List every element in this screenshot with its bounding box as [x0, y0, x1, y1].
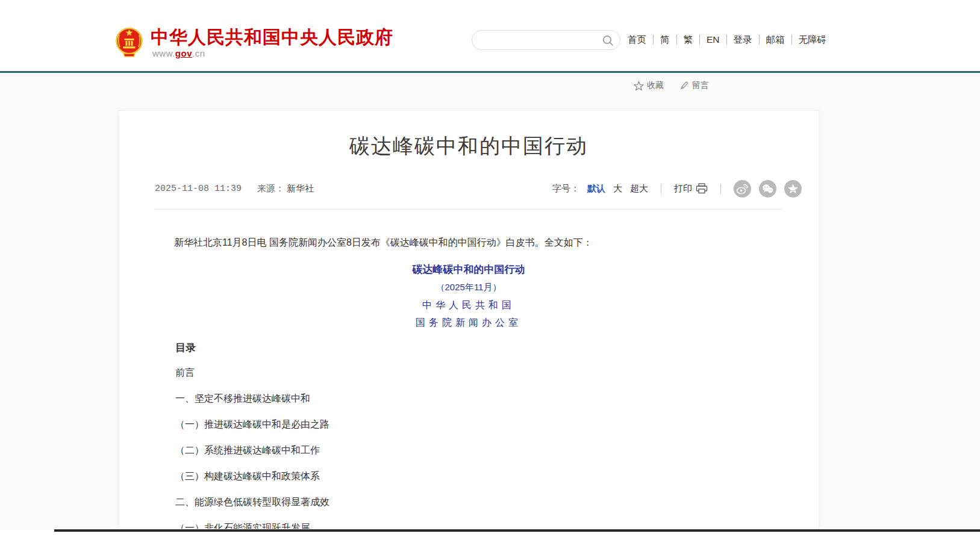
site-title: 中华人民共和国中央人民政府	[151, 25, 393, 50]
message-button[interactable]: 留言	[679, 80, 709, 91]
fontsize-label: 字号：	[552, 183, 579, 195]
search-box	[472, 30, 620, 50]
article-meta-right: 字号： 默认 大 超大 打印	[552, 180, 802, 198]
toc-item: 前言	[175, 366, 819, 379]
national-emblem-icon	[115, 24, 143, 58]
document-title: 碳达峰碳中和的中国行动	[119, 263, 819, 277]
toc-item: （一）非化石能源实现跃升发展	[175, 521, 819, 529]
source-label: 来源：	[257, 183, 284, 193]
message-label: 留言	[692, 80, 709, 91]
separator	[661, 184, 661, 194]
toc-item: 一、坚定不移推进碳达峰碳中和	[175, 392, 819, 405]
site-url-cn: .cn	[192, 48, 205, 58]
toc-item: 二、能源绿色低碳转型取得显著成效	[175, 496, 819, 509]
site-url-gov: gov	[175, 48, 192, 58]
separator	[720, 184, 721, 194]
search-input[interactable]	[472, 31, 620, 49]
star-outline-icon	[634, 81, 644, 91]
nav-link[interactable]: EN	[699, 34, 726, 45]
top-nav: 首页简繁EN登录邮箱无障碍	[628, 34, 833, 45]
toc-item: （一）推进碳达峰碳中和是必由之路	[175, 418, 819, 431]
favorite-label: 收藏	[647, 80, 664, 91]
toc-item: （二）系统推进碳达峰碳中和工作	[175, 444, 819, 457]
toc-heading: 目录	[175, 341, 819, 355]
pencil-icon	[679, 81, 689, 90]
nav-link[interactable]: 登录	[726, 34, 759, 45]
search-icon[interactable]	[602, 34, 614, 47]
site-header: 中华人民共和国中央人民政府 www.gov.cn 首页简繁EN登录邮箱无障碍	[0, 0, 980, 71]
print-label: 打印	[674, 183, 692, 195]
document-org-line1: 中华人民共和国	[119, 299, 819, 311]
nav-link[interactable]: 无障碍	[791, 34, 834, 45]
printer-icon	[696, 183, 708, 194]
meta-divider	[155, 209, 782, 210]
fontsize-large-button[interactable]: 大	[613, 183, 622, 195]
fontsize-xlarge-button[interactable]: 超大	[630, 183, 648, 195]
site-url-www: www.	[152, 48, 175, 58]
document-org-line2: 国务院新闻办公室	[119, 316, 819, 329]
print-button[interactable]: 打印	[674, 183, 708, 195]
weibo-share-icon[interactable]	[734, 180, 751, 198]
publish-date: 2025-11-08 11:39	[155, 184, 242, 194]
article-meta-row: 2025-11-08 11:39 来源： 新华社 字号： 默认 大 超大 打印	[119, 179, 819, 198]
document-date: （2025年11月）	[119, 281, 819, 294]
toc-item: （三）构建碳达峰碳中和政策体系	[175, 470, 819, 483]
nav-link[interactable]: 首页	[628, 34, 653, 45]
source-name: 新华社	[287, 183, 314, 193]
qzone-star-share-icon[interactable]	[784, 180, 802, 198]
article-meta-left: 2025-11-08 11:39 来源： 新华社	[155, 183, 314, 195]
viewport-bottom-edge	[54, 529, 980, 532]
table-of-contents: 前言一、坚定不移推进碳达峰碳中和（一）推进碳达峰碳中和是必由之路（二）系统推进碳…	[175, 366, 819, 529]
article-lead: 新华社北京11月8日电 国务院新闻办公室8日发布《碳达峰碳中和的中国行动》白皮书…	[155, 235, 782, 251]
quick-actions-bar: 收藏 留言	[634, 80, 709, 91]
article-title: 碳达峰碳中和的中国行动	[119, 132, 819, 159]
source: 来源： 新华社	[257, 183, 314, 195]
fontsize-default-button[interactable]: 默认	[587, 183, 605, 195]
site-url: www.gov.cn	[152, 48, 205, 58]
favorite-button[interactable]: 收藏	[634, 80, 664, 91]
wechat-share-icon[interactable]	[759, 180, 776, 198]
nav-link[interactable]: 简	[653, 34, 676, 45]
nav-link[interactable]: 繁	[676, 34, 700, 45]
article-panel: 碳达峰碳中和的中国行动 2025-11-08 11:39 来源： 新华社 字号：…	[118, 110, 819, 529]
nav-link[interactable]: 邮箱	[759, 34, 791, 45]
